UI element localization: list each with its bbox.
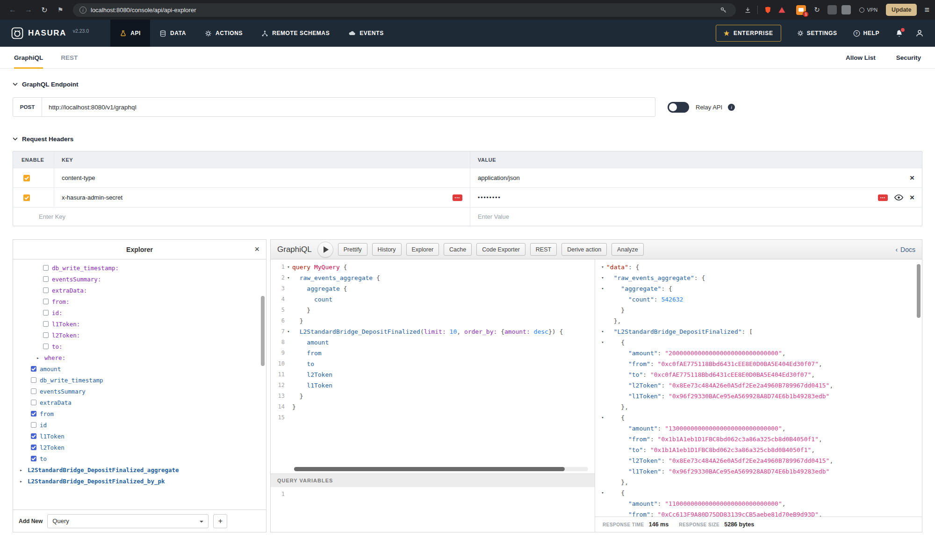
fold-caret-icon[interactable]: ▾ (599, 326, 606, 337)
info-icon[interactable]: i (728, 104, 735, 111)
checkbox-icon[interactable] (31, 411, 36, 416)
remove-header-button[interactable]: × (910, 174, 914, 182)
checkbox-icon[interactable] (31, 456, 36, 461)
nav-tab-events[interactable]: EVENTS (339, 20, 393, 47)
enable-checkbox[interactable] (23, 194, 30, 201)
brave-shield-icon[interactable] (762, 4, 774, 16)
checkbox-icon[interactable] (43, 332, 49, 338)
operation-type-select[interactable]: Query (47, 514, 209, 528)
explorer-field-item[interactable]: amount (13, 363, 266, 374)
checkbox-icon[interactable] (43, 299, 49, 304)
tab-rest[interactable]: REST (61, 47, 78, 69)
toolbar-button-history[interactable]: History (372, 243, 402, 256)
request-headers-section-header[interactable]: Request Headers (13, 136, 922, 143)
checkbox-icon[interactable] (43, 265, 49, 271)
checkbox-icon[interactable] (31, 388, 36, 394)
enterprise-button[interactable]: ★ ENTERPRISE (716, 25, 781, 42)
explorer-argument-item[interactable]: eventsSummary: (13, 273, 266, 285)
fold-caret-icon[interactable]: ▾ (599, 273, 606, 283)
query-editor-lines[interactable]: 1▾query MyQuery {2▾ raw_events_aggregate… (271, 259, 595, 474)
masked-token-badge[interactable]: ••• (453, 194, 462, 201)
download-icon[interactable] (741, 4, 754, 16)
response-scrollbar[interactable] (917, 264, 921, 318)
extension-icon[interactable] (842, 5, 851, 14)
explorer-argument-item[interactable]: db_write_timestamp: (13, 262, 266, 273)
fold-caret-icon[interactable]: ▾ (599, 488, 606, 498)
menu-icon[interactable]: ≡ (924, 5, 929, 15)
explorer-field-item[interactable]: eventsSummary (13, 386, 266, 397)
header-value-input[interactable]: application/json (478, 174, 520, 181)
explorer-field-item[interactable]: db_write_timestamp (13, 374, 266, 386)
endpoint-url-input[interactable]: http://localhost:8080/v1/graphql (42, 98, 655, 116)
explorer-field-item[interactable]: l1Token (13, 431, 266, 442)
notifications-button[interactable] (895, 29, 903, 37)
nav-tab-data[interactable]: DATA (150, 20, 195, 47)
vpn-indicator[interactable]: VPN (859, 7, 877, 13)
link-allow-list[interactable]: Allow List (846, 54, 876, 61)
explorer-where-item[interactable]: ▸where: (13, 352, 266, 363)
query-variables-header[interactable]: QUERY VARIABLES (271, 474, 595, 487)
toolbar-button-analyze[interactable]: Analyze (611, 243, 643, 256)
explorer-collapsed-item[interactable]: ▸L2StandardBridge_DepositFinalized_by_pk (13, 475, 266, 487)
toolbar-button-explorer[interactable]: Explorer (406, 243, 439, 256)
hasura-logo[interactable]: HASURA v2.23.0 (11, 27, 89, 39)
bookmark-icon[interactable]: ⚑ (53, 3, 67, 17)
remove-header-button[interactable]: × (910, 194, 914, 201)
explorer-argument-item[interactable]: l2Token: (13, 330, 266, 341)
fold-caret-icon[interactable]: ▾ (599, 337, 606, 348)
key-icon[interactable] (717, 4, 729, 16)
checkbox-icon[interactable] (31, 366, 36, 372)
link-security[interactable]: Security (896, 54, 921, 61)
update-button[interactable]: Update (886, 4, 917, 16)
checkbox-icon[interactable] (31, 433, 36, 439)
nav-tab-api[interactable]: API (110, 20, 150, 47)
enable-checkbox[interactable] (23, 175, 30, 181)
checkbox-icon[interactable] (43, 344, 49, 349)
toolbar-button-cache[interactable]: Cache (444, 243, 472, 256)
header-value-input[interactable]: •••••••• (478, 194, 501, 201)
toolbar-button-code-exporter[interactable]: Code Exporter (476, 243, 525, 256)
settings-button[interactable]: SETTINGS (797, 30, 837, 36)
checkbox-icon[interactable] (31, 422, 36, 428)
sync-extension-icon[interactable]: ↻ (811, 4, 823, 16)
url-bar[interactable]: i localhost:8080/console/api/api-explore… (73, 3, 736, 17)
nav-tab-actions[interactable]: ACTIONS (195, 20, 252, 47)
fold-caret-icon[interactable]: ▾ (599, 412, 606, 423)
explorer-argument-item[interactable]: id: (13, 307, 266, 318)
checkbox-icon[interactable] (43, 321, 49, 327)
browser-back-icon[interactable]: ← (6, 3, 20, 17)
new-header-value-input[interactable]: Enter Value (478, 213, 509, 220)
explorer-field-item[interactable]: to (13, 453, 266, 464)
chat-extension-icon[interactable]: 1 (796, 5, 806, 15)
checkbox-icon[interactable] (43, 310, 49, 316)
eye-icon[interactable] (894, 194, 903, 201)
tab-graphiql[interactable]: GraphiQL (14, 47, 43, 69)
warning-triangle-icon[interactable] (776, 4, 788, 16)
scrollbar-thumb[interactable] (294, 467, 565, 471)
response-viewer[interactable]: ▾"data": {▾ "raw_events_aggregate": {▾ "… (595, 259, 922, 517)
explorer-argument-item[interactable]: l1Token: (13, 318, 266, 330)
fold-caret-icon[interactable]: ▾ (285, 326, 292, 337)
checkbox-icon[interactable] (31, 400, 36, 405)
explorer-field-item[interactable]: l2Token (13, 442, 266, 453)
close-icon[interactable]: × (254, 244, 259, 254)
explorer-argument-item[interactable]: extraData: (13, 285, 266, 296)
execute-query-button[interactable] (317, 242, 333, 258)
editor-horizontal-scrollbar[interactable] (294, 467, 588, 471)
explorer-scrollbar[interactable] (261, 296, 265, 366)
relay-api-toggle[interactable] (668, 102, 689, 113)
graphql-endpoint-section-header[interactable]: GraphQL Endpoint (13, 81, 922, 88)
user-menu-button[interactable] (915, 29, 924, 37)
browser-reload-icon[interactable]: ↻ (37, 3, 51, 17)
explorer-field-item[interactable]: extraData (13, 397, 266, 408)
site-info-icon[interactable]: i (79, 7, 86, 14)
nav-tab-remote-schemas[interactable]: REMOTE SCHEMAS (252, 20, 339, 47)
extension-icon[interactable] (827, 5, 837, 14)
fold-caret-icon[interactable]: ▾ (599, 283, 606, 294)
checkbox-icon[interactable] (31, 377, 36, 383)
checkbox-icon[interactable] (43, 287, 49, 293)
help-button[interactable]: ? HELP (853, 30, 879, 37)
checkbox-icon[interactable] (31, 445, 36, 450)
explorer-field-item[interactable]: from (13, 408, 266, 419)
masked-token-badge[interactable]: ••• (878, 194, 888, 201)
